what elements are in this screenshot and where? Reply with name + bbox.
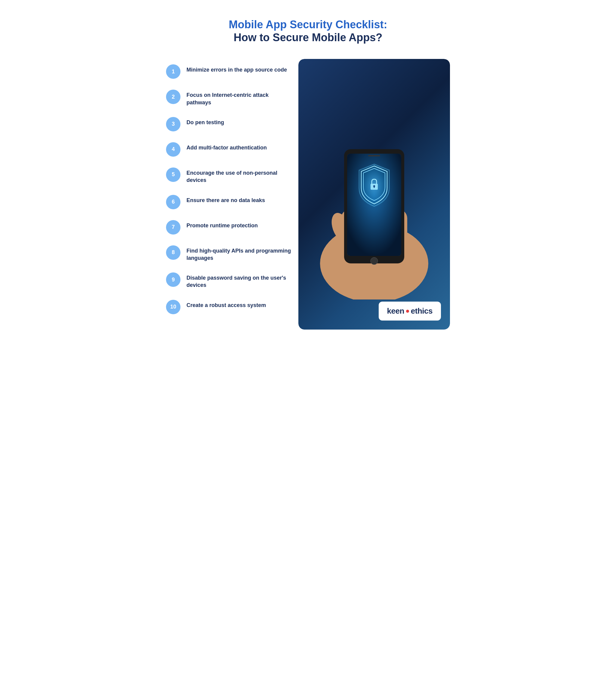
item-number-badge: 7 [166, 220, 180, 235]
brand-name-keen: keen [387, 307, 404, 316]
checklist-item: 6Ensure there are no data leaks [166, 190, 292, 215]
brand-dot-icon [406, 310, 409, 313]
item-label: Create a robust access system [187, 300, 266, 309]
item-label: Disable password saving on the user's de… [187, 272, 292, 289]
svg-point-13 [370, 257, 378, 265]
checklist-column: 1Minimize errors in the app source code2… [166, 59, 292, 319]
item-number-badge: 3 [166, 117, 180, 131]
checklist-item: 1Minimize errors in the app source code [166, 59, 292, 84]
page-container: Mobile App Security Checklist: How to Se… [154, 0, 462, 342]
checklist-item: 9Disable password saving on the user's d… [166, 267, 292, 294]
item-label: Find high-quality APIs and programming l… [187, 246, 292, 262]
item-number-badge: 2 [166, 90, 180, 104]
checklist-item: 5Encourage the use of non-personal devic… [166, 162, 292, 190]
header-title-top: Mobile App Security Checklist: [166, 18, 450, 31]
brand-name-ethics: ethics [411, 307, 432, 316]
item-label: Promote runtime protection [187, 220, 258, 229]
checklist-item: 8Find high-quality APIs and programming … [166, 240, 292, 267]
svg-rect-14 [368, 155, 380, 157]
item-label: Add multi-factor authentication [187, 142, 267, 151]
item-label: Focus on Internet-centric attack pathway… [187, 90, 292, 106]
item-number-badge: 9 [166, 272, 180, 287]
phone-illustration [302, 89, 446, 299]
image-background: keenethics [298, 59, 450, 329]
svg-rect-12 [374, 186, 375, 188]
item-number-badge: 6 [166, 195, 180, 209]
item-number-badge: 1 [166, 64, 180, 79]
item-number-badge: 4 [166, 142, 180, 157]
item-number-badge: 5 [166, 167, 180, 182]
checklist-item: 10Create a robust access system [166, 294, 292, 320]
brand-badge: keenethics [379, 301, 441, 321]
item-number-badge: 10 [166, 300, 180, 314]
checklist-item: 3Do pen testing [166, 112, 292, 137]
item-number-badge: 8 [166, 246, 180, 260]
image-column: keenethics [298, 59, 450, 329]
item-label: Do pen testing [187, 117, 224, 126]
item-label: Encourage the use of non-personal device… [187, 167, 292, 184]
checklist-item: 7Promote runtime protection [166, 215, 292, 240]
item-label: Ensure there are no data leaks [187, 195, 265, 204]
item-label: Minimize errors in the app source code [187, 64, 287, 73]
page-header: Mobile App Security Checklist: How to Se… [166, 12, 450, 44]
header-title-bottom: How to Secure Mobile Apps? [166, 31, 450, 44]
checklist-item: 4Add multi-factor authentication [166, 137, 292, 162]
main-content: 1Minimize errors in the app source code2… [166, 59, 450, 329]
checklist-item: 2Focus on Internet-centric attack pathwa… [166, 84, 292, 112]
